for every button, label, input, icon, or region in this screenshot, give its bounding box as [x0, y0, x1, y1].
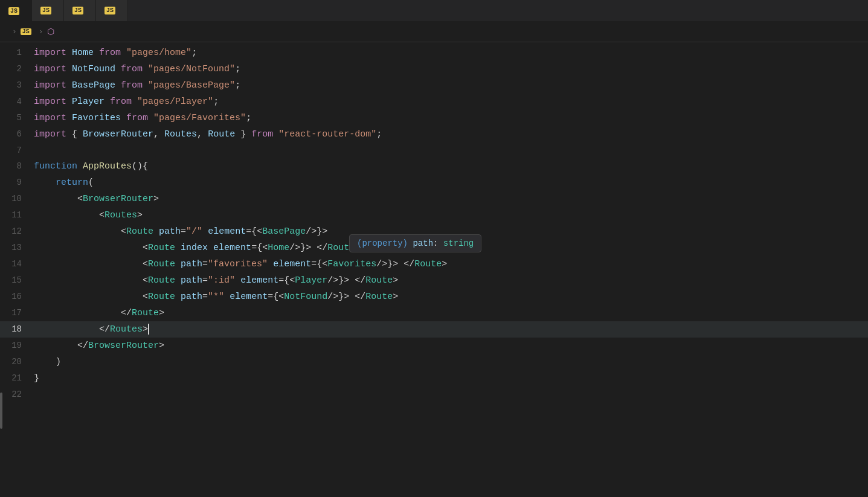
token-tag: Route: [148, 292, 175, 302]
line-number-1: 1: [0, 45, 34, 60]
code-line-6: 6import { BrowserRouter, Routes, Route }…: [0, 126, 868, 143]
token-text: [148, 113, 153, 123]
js-icon: JS: [8, 7, 19, 15]
token-kw: from: [126, 113, 148, 123]
token-punc: ={<: [268, 292, 284, 302]
token-tag: Home: [268, 243, 289, 253]
token-kw: from: [110, 97, 132, 107]
token-tag: BrowserRouter: [83, 194, 153, 204]
line-number-3: 3: [0, 77, 34, 93]
token-text: [34, 194, 77, 204]
token-tag: BrowserRouter: [88, 341, 159, 351]
line-content-10: <BrowserRouter>: [34, 191, 868, 207]
token-attr: path: [181, 292, 202, 302]
token-punc: (){: [132, 161, 148, 172]
tooltip-prop-name: path: [413, 239, 433, 248]
line-content-18: </Routes>: [34, 322, 868, 338]
tab-index-basepage[interactable]: JS: [32, 0, 64, 21]
tab-index-player[interactable]: JS: [64, 0, 96, 21]
token-text: [175, 259, 181, 269]
token-tag: Route: [126, 226, 153, 237]
line-number-12: 12: [0, 223, 34, 239]
token-text: [66, 80, 72, 91]
token-punc: />}> </: [289, 243, 327, 253]
code-line-4: 4import Player from "pages/Player";: [0, 94, 868, 110]
code-line-22: 22: [0, 386, 868, 402]
token-ident: BasePage: [72, 80, 115, 91]
token-text: [121, 48, 126, 58]
token-punc: =: [202, 292, 208, 302]
line-number-22: 22: [0, 386, 34, 402]
token-text: [208, 243, 213, 253]
token-text: [175, 275, 181, 286]
token-str: "*": [208, 292, 224, 302]
code-line-15: 15 <Route path=":id" element={<Player/>}…: [0, 272, 868, 289]
token-text: [34, 308, 121, 318]
code-line-7: 7: [0, 143, 868, 158]
token-text: [34, 341, 77, 351]
line-number-7: 7: [0, 143, 34, 158]
js-icon-2: JS: [40, 7, 51, 14]
token-punc: >: [159, 308, 164, 318]
token-attr: element: [230, 292, 268, 302]
token-punc: </: [121, 308, 132, 318]
line-number-16: 16: [0, 289, 34, 304]
line-number-15: 15: [0, 272, 34, 288]
line-content-9: return(: [34, 175, 868, 191]
line-content-16: <Route path="*" element={<NotFound/>}> <…: [34, 289, 868, 305]
tooltip-prefix: (property): [357, 239, 413, 248]
token-text: [224, 292, 230, 302]
token-text: [143, 80, 148, 91]
token-tag: Route: [365, 292, 393, 302]
token-ident: NotFound: [72, 64, 115, 74]
code-line-10: 10 <BrowserRouter>: [0, 191, 868, 207]
token-attr: path: [181, 259, 202, 269]
js-badge: JS: [21, 28, 31, 35]
token-text: [34, 275, 143, 286]
token-kw: from: [121, 80, 143, 91]
token-punc: ;: [376, 129, 382, 139]
line-content-19: </BrowserRouter>: [34, 338, 868, 354]
line-number-19: 19: [0, 338, 34, 353]
line-content-20: ): [34, 354, 868, 370]
token-tag: Player: [295, 275, 327, 286]
js-icon-4: JS: [104, 7, 115, 14]
token-kw: import: [34, 80, 66, 91]
tab-index-notfound[interactable]: JS: [96, 0, 128, 21]
token-tag: Route: [148, 259, 175, 269]
token-punc: (: [88, 178, 94, 188]
token-punc: </: [99, 324, 110, 335]
token-text: [175, 243, 181, 253]
token-ident: BrowserRouter: [83, 129, 153, 139]
token-punc: <: [143, 292, 148, 302]
token-text: [153, 226, 159, 237]
token-ident: Route: [208, 129, 235, 139]
tooltip-sep: :: [433, 239, 443, 248]
line-number-13: 13: [0, 240, 34, 255]
code-line-9: 9 return(: [0, 175, 868, 191]
token-kw: import: [34, 113, 66, 123]
token-punc: >: [442, 259, 447, 269]
code-line-20: 20 ): [0, 354, 868, 370]
token-kw: import: [34, 129, 66, 139]
token-ident: Home: [72, 48, 94, 58]
code-line-14: 14 <Route path="favorites" element={<Fav…: [0, 256, 868, 272]
line-content-6: import { BrowserRouter, Routes, Route } …: [34, 127, 868, 143]
line-number-5: 5: [0, 110, 34, 126]
token-text: [94, 48, 99, 58]
code-line-17: 17 </Route>: [0, 305, 868, 321]
tab-routes[interactable]: JS: [0, 0, 32, 21]
token-ident: Player: [72, 97, 104, 107]
token-punc: <: [77, 194, 83, 204]
token-str: ":id": [208, 275, 235, 286]
line-content-11: <Routes>: [34, 208, 868, 223]
token-punc: >: [137, 210, 143, 220]
token-tag: Route: [365, 275, 393, 286]
line-number-6: 6: [0, 126, 34, 142]
token-text: [175, 292, 181, 302]
token-kw: import: [34, 97, 66, 107]
token-kw-blue: function: [34, 161, 77, 172]
token-punc: >: [143, 324, 148, 335]
token-attr: path: [159, 226, 181, 237]
token-punc: {: [72, 129, 83, 139]
